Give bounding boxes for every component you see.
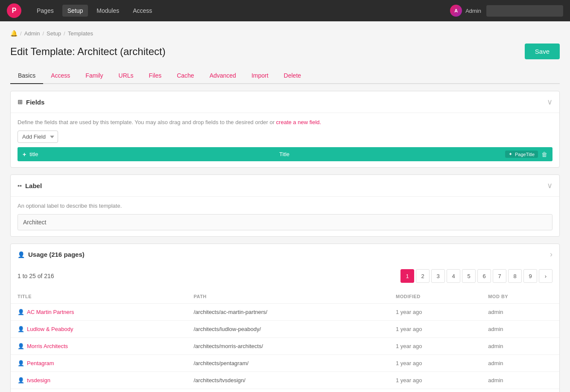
row-modby-5: admin bbox=[481, 389, 559, 392]
save-button[interactable]: Save bbox=[525, 44, 560, 59]
table-row: 👤 tvsdesign /architects/tvsdesign/ 1 yea… bbox=[11, 372, 559, 389]
table-row: 👤 SLCE Architects, LLP /architects/slce-… bbox=[11, 389, 559, 392]
row-modby-4: admin bbox=[481, 372, 559, 389]
label-card: ▪▪ Label ∨ An optional label to describe… bbox=[10, 174, 560, 237]
page-btn-8[interactable]: 8 bbox=[508, 269, 522, 283]
page-btn-1[interactable]: 1 bbox=[400, 269, 414, 283]
fields-card: ⊞ Fields ∨ Define the fields that are us… bbox=[10, 91, 560, 168]
page-btn-4[interactable]: 4 bbox=[447, 269, 460, 283]
pagination-row: 1 to 25 of 216 1 2 3 4 5 6 7 8 9 › bbox=[11, 265, 559, 290]
page-count: 1 to 25 of 216 bbox=[18, 273, 54, 279]
add-field-select[interactable]: Add Field bbox=[18, 131, 58, 143]
fields-collapse-button[interactable]: ∨ bbox=[547, 97, 552, 107]
usage-card: 👤 Usage (216 pages) › 1 to 25 of 216 1 2… bbox=[10, 244, 560, 392]
label-title: Label bbox=[25, 182, 42, 189]
row-path-0: /architects/ac-martin-partners/ bbox=[187, 304, 389, 321]
field-star-icon: ✦ bbox=[509, 151, 512, 157]
field-tag: ✦ PageTitle bbox=[505, 151, 538, 158]
row-modified-1: 1 year ago bbox=[389, 321, 481, 338]
tab-files[interactable]: Files bbox=[141, 68, 170, 84]
pagination-next[interactable]: › bbox=[539, 269, 552, 283]
page-title-row: Edit Template: Architect (architect) Sav… bbox=[10, 44, 560, 59]
usage-title: Usage (216 pages) bbox=[28, 251, 85, 258]
person-icon: 👤 bbox=[18, 309, 24, 315]
row-modby-0: admin bbox=[481, 304, 559, 321]
fields-description: Define the fields that are used by this … bbox=[18, 119, 552, 125]
label-input[interactable] bbox=[18, 214, 552, 230]
table-row: 👤 Ludlow & Peabody /architects/ludlow-pe… bbox=[11, 321, 559, 338]
page-btn-6[interactable]: 6 bbox=[477, 269, 491, 283]
nav-access[interactable]: Access bbox=[128, 5, 157, 17]
pagination: 1 2 3 4 5 6 7 8 9 › bbox=[400, 269, 552, 283]
tab-delete[interactable]: Delete bbox=[276, 68, 309, 84]
person-icon: 👤 bbox=[18, 326, 24, 332]
label-description: An optional label to describe this templ… bbox=[18, 203, 552, 209]
person-icon: 👤 bbox=[18, 377, 24, 383]
tab-family[interactable]: Family bbox=[78, 68, 111, 84]
breadcrumb-admin[interactable]: Admin bbox=[24, 30, 40, 37]
fields-icon: ⊞ bbox=[18, 99, 23, 105]
tab-cache[interactable]: Cache bbox=[169, 68, 202, 84]
bell-icon: 🔔 bbox=[10, 30, 18, 37]
row-modby-1: admin bbox=[481, 321, 559, 338]
avatar: A bbox=[450, 5, 462, 17]
fields-title: Fields bbox=[26, 99, 44, 106]
row-title-link-0[interactable]: 👤 AC Martin Partners bbox=[18, 309, 180, 315]
fields-card-body: Define the fields that are used by this … bbox=[11, 113, 559, 167]
usage-table: TITLE PATH MODIFIED MOD BY 👤 AC Martin P… bbox=[11, 290, 559, 392]
tab-access[interactable]: Access bbox=[43, 68, 78, 84]
row-modified-5: 1 year ago bbox=[389, 389, 481, 392]
row-title-link-3[interactable]: 👤 Pentagram bbox=[18, 360, 180, 366]
page-btn-5[interactable]: 5 bbox=[462, 269, 476, 283]
label-icon: ▪▪ bbox=[18, 182, 22, 189]
table-row: 👤 Pentagram /architects/pentagram/ 1 yea… bbox=[11, 355, 559, 372]
row-path-2: /architects/morris-architects/ bbox=[187, 338, 389, 355]
top-navigation: P Pages Setup Modules Access A Admin bbox=[0, 0, 570, 21]
col-mod-by: MOD BY bbox=[481, 290, 559, 304]
row-modby-2: admin bbox=[481, 338, 559, 355]
row-modby-3: admin bbox=[481, 355, 559, 372]
tabs: Basics Access Family URLs Files Cache Ad… bbox=[10, 68, 560, 84]
table-row: 👤 AC Martin Partners /architects/ac-mart… bbox=[11, 304, 559, 321]
tab-import[interactable]: Import bbox=[244, 68, 276, 84]
page-btn-3[interactable]: 3 bbox=[431, 269, 445, 283]
tab-urls[interactable]: URLs bbox=[111, 68, 141, 84]
col-modified: MODIFIED bbox=[389, 290, 481, 304]
row-title-link-2[interactable]: 👤 Morris Architects bbox=[18, 343, 180, 349]
app-logo[interactable]: P bbox=[7, 3, 21, 18]
row-title-link-4[interactable]: 👤 tvsdesign bbox=[18, 377, 180, 383]
field-title-label: Title bbox=[64, 151, 505, 157]
label-card-body: An optional label to describe this templ… bbox=[11, 197, 559, 236]
breadcrumb: 🔔 / Admin / Setup / Templates bbox=[10, 30, 560, 37]
search-input[interactable] bbox=[486, 5, 563, 17]
tab-advanced[interactable]: Advanced bbox=[202, 68, 244, 84]
add-field-row: Add Field bbox=[18, 131, 552, 143]
page-btn-7[interactable]: 7 bbox=[493, 269, 506, 283]
page-btn-2[interactable]: 2 bbox=[416, 269, 430, 283]
tab-basics[interactable]: Basics bbox=[10, 68, 43, 84]
nav-right: A Admin bbox=[450, 5, 563, 17]
label-collapse-button[interactable]: ∨ bbox=[547, 181, 552, 190]
row-title-link-1[interactable]: 👤 Ludlow & Peabody bbox=[18, 326, 180, 332]
breadcrumb-setup[interactable]: Setup bbox=[47, 30, 61, 37]
row-path-3: /architects/pentagram/ bbox=[187, 355, 389, 372]
breadcrumb-templates: Templates bbox=[68, 30, 93, 37]
field-drag-handle[interactable]: + bbox=[23, 151, 26, 158]
field-name: title bbox=[29, 151, 64, 157]
nav-modules[interactable]: Modules bbox=[91, 5, 124, 17]
usage-icon: 👤 bbox=[18, 251, 25, 258]
admin-menu[interactable]: A Admin bbox=[450, 5, 481, 17]
field-delete-button[interactable]: 🗑 bbox=[541, 151, 547, 158]
nav-setup[interactable]: Setup bbox=[62, 5, 88, 17]
person-icon: 👤 bbox=[18, 343, 24, 349]
create-field-link[interactable]: create a new field. bbox=[276, 119, 322, 125]
nav-links: Pages Setup Modules Access bbox=[32, 5, 157, 17]
page-btn-9[interactable]: 9 bbox=[523, 269, 537, 283]
person-icon: 👤 bbox=[18, 360, 24, 366]
admin-label: Admin bbox=[465, 8, 481, 14]
nav-pages[interactable]: Pages bbox=[32, 5, 59, 17]
fields-card-header: ⊞ Fields ∨ bbox=[11, 91, 559, 113]
row-modified-2: 1 year ago bbox=[389, 338, 481, 355]
usage-expand-button[interactable]: › bbox=[550, 250, 552, 259]
field-row-title: + title Title ✦ PageTitle 🗑 bbox=[18, 147, 552, 161]
